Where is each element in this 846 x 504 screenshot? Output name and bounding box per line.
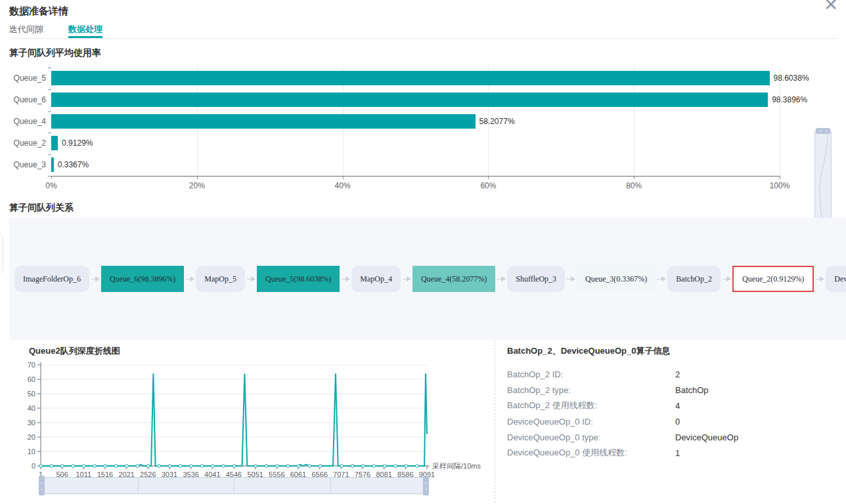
bar[interactable] — [51, 93, 768, 107]
data-point-marker — [405, 465, 408, 468]
info-row-label: BatchOp_2 type: — [507, 385, 675, 395]
x-axis-tick — [780, 176, 780, 179]
y-axis-tick-label: 30 — [28, 419, 35, 427]
y-axis-tick — [48, 111, 51, 112]
data-point-marker — [50, 465, 53, 468]
y-axis-tick — [48, 176, 51, 177]
bar-value-label: 0.9129% — [62, 133, 93, 154]
flow-node-imagefolderop_6[interactable]: ImageFolderOp_6 — [14, 266, 89, 292]
queue2-depth-line-chart: 0102030405060701506101115162021252630313… — [21, 358, 491, 478]
zoom-slider-top-handle[interactable] — [816, 128, 830, 134]
x-axis-tick-label: 20% — [189, 181, 205, 190]
data-point-marker — [276, 465, 279, 468]
y-axis-tick-label: 70 — [28, 361, 35, 369]
flow-arrow — [657, 279, 665, 280]
info-row-label: DeviceQueueOp_0 使用线程数: — [507, 447, 675, 459]
flow-node-batchop_2[interactable]: BatchOp_2 — [667, 266, 721, 292]
info-row: BatchOp_2 type:BatchOp — [507, 382, 835, 398]
panel-divider — [495, 341, 495, 503]
data-point-marker — [308, 465, 311, 468]
info-row-value: DeviceQueueOp — [675, 432, 738, 442]
flow-arrow — [816, 279, 824, 280]
flow-arrow — [497, 279, 505, 280]
flow-node-queue_2[interactable]: Queue_2(0.9129%) — [732, 266, 814, 292]
flow-node-mapop_5[interactable]: MapOp_5 — [196, 266, 245, 292]
zoom-slider-divider — [234, 478, 234, 494]
data-point-marker — [190, 465, 193, 468]
partially-scrolled-node — [0, 233, 3, 274]
data-preparation-details-panel: 数据准备详情 ✕ 迭代间隙 数据处理 算子间队列平均使用率 0%20%40%60… — [0, 0, 846, 504]
data-point-marker — [212, 465, 215, 468]
data-point-marker — [233, 465, 236, 468]
data-point-marker — [286, 465, 290, 468]
data-point-marker — [340, 465, 344, 468]
data-point-marker — [351, 465, 354, 468]
y-axis-tick-label: 60 — [28, 375, 35, 383]
zoom-slider-right-handle[interactable] — [423, 476, 429, 495]
queue2-depth-panel: Queue2队列深度折线图 01020304050607015061011151… — [21, 341, 491, 478]
flow-arrow — [247, 279, 255, 280]
data-point-marker — [136, 465, 139, 468]
y-axis-tick-label: 40 — [28, 404, 35, 412]
x-axis-tick-label: 100% — [770, 181, 790, 190]
bar-category-label: Queue_2 — [0, 133, 46, 154]
info-row: DeviceQueueOp_0 使用线程数:1 — [507, 445, 835, 461]
zoom-slider-left-handle[interactable] — [39, 476, 45, 495]
info-row: BatchOp_2 使用线程数:4 — [507, 398, 835, 413]
info-row-value: BatchOp — [675, 385, 709, 395]
flow-node-queue_3[interactable]: Queue_3(0.3367%) — [577, 266, 656, 292]
line-chart-title: Queue2队列深度折线图 — [29, 345, 491, 357]
y-axis-tick — [48, 154, 51, 155]
bar-value-label: 98.3896% — [772, 89, 807, 111]
queue-usage-section-title: 算子间队列平均使用率 — [9, 47, 101, 59]
flow-node-devicequeueop_0[interactable]: DeviceQueueOp_0 — [826, 266, 846, 292]
queue-usage-bar-chart: 0%20%40%60%80%100%Queue_598.6038%Queue_6… — [0, 62, 846, 194]
close-icon[interactable]: ✕ — [824, 0, 838, 13]
data-point-marker — [72, 465, 75, 468]
flow-arrow — [567, 279, 575, 280]
flow-arrow — [186, 279, 194, 280]
zoom-slider-divider — [138, 478, 139, 494]
bar-category-label: Queue_4 — [0, 111, 46, 133]
flow-track: ImageFolderOp_6Queue_6(98.3896%)MapOp_5Q… — [14, 265, 839, 293]
x-axis-tick-label: 40% — [335, 181, 351, 190]
data-point-marker — [168, 465, 171, 468]
data-point-marker — [158, 465, 161, 468]
info-row-label: BatchOp_2 使用线程数: — [507, 400, 675, 411]
bar-category-label: Queue_6 — [0, 89, 46, 111]
info-row: DeviceQueueOp_0 type:DeviceQueueOp — [507, 429, 835, 445]
bar[interactable] — [51, 71, 770, 85]
data-point-marker — [372, 465, 376, 468]
info-row-value: 0 — [675, 417, 680, 427]
operator-info-title: BatchOp_2、DeviceQueueOp_0算子信息 — [507, 345, 835, 357]
data-point-marker — [60, 465, 64, 468]
operator-queue-flow-diagram: ImageFolderOp_6Queue_6(98.3896%)MapOp_5Q… — [9, 218, 846, 340]
data-point-marker — [104, 465, 107, 468]
y-axis-tick-label: 0 — [32, 462, 35, 470]
y-axis-tick — [48, 133, 51, 133]
flow-node-shuffleop_3[interactable]: ShuffleOp_3 — [507, 266, 565, 292]
y-axis-tick — [48, 68, 51, 68]
bar[interactable] — [51, 136, 58, 150]
queue-relation-section-title: 算子间队列关系 — [9, 202, 74, 214]
tab-data-processing[interactable]: 数据处理 — [68, 24, 102, 38]
tab-iteration-gap[interactable]: 迭代间隙 — [9, 24, 43, 38]
data-point-marker — [254, 465, 257, 468]
flow-node-queue_5[interactable]: Queue_5(98.6038%) — [257, 266, 340, 292]
info-row-value: 4 — [675, 401, 680, 411]
flow-node-mapop_4[interactable]: MapOp_4 — [351, 266, 401, 292]
flow-node-queue_6[interactable]: Queue_6(98.3896%) — [101, 266, 184, 292]
info-row-value: 1 — [675, 448, 680, 458]
line-chart-horizontal-zoom-slider[interactable] — [41, 477, 427, 494]
flow-node-queue_4[interactable]: Queue_4(58.2077%) — [412, 266, 495, 292]
page-title: 数据准备详情 — [9, 5, 68, 18]
data-point-marker — [297, 465, 300, 468]
flow-arrow — [723, 279, 730, 280]
data-point-marker — [179, 465, 182, 468]
data-point-marker — [415, 465, 418, 468]
info-row-value: 2 — [675, 369, 680, 379]
data-point-marker — [146, 465, 150, 468]
zoom-slider-divider — [330, 478, 331, 494]
bar[interactable] — [51, 114, 476, 129]
bar[interactable] — [51, 158, 54, 172]
